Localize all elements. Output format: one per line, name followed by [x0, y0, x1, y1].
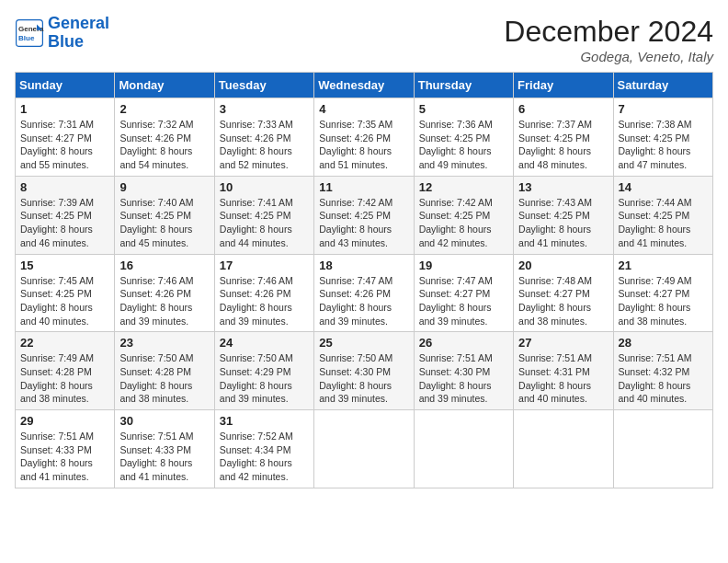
day-info: Sunrise: 7:51 AM Sunset: 4:31 PM Dayligh…: [518, 351, 608, 406]
day-cell-9: 9 Sunrise: 7:40 AM Sunset: 4:25 PM Dayli…: [115, 176, 214, 254]
day-cell-13: 13 Sunrise: 7:43 AM Sunset: 4:25 PM Dayl…: [514, 176, 613, 254]
day-cell-23: 23 Sunrise: 7:50 AM Sunset: 4:28 PM Dayl…: [115, 332, 214, 410]
day-cell-28: 28 Sunrise: 7:51 AM Sunset: 4:32 PM Dayl…: [613, 332, 712, 410]
day-cell-6: 6 Sunrise: 7:37 AM Sunset: 4:25 PM Dayli…: [514, 98, 613, 177]
day-number: 30: [119, 414, 209, 428]
day-info: Sunrise: 7:43 AM Sunset: 4:25 PM Dayligh…: [518, 196, 608, 250]
day-cell-8: 8 Sunrise: 7:39 AM Sunset: 4:25 PM Dayli…: [16, 176, 115, 254]
logo-icon: General Blue: [15, 18, 44, 48]
day-info: Sunrise: 7:41 AM Sunset: 4:25 PM Dayligh…: [220, 196, 309, 250]
week-row-1: 1 Sunrise: 7:31 AM Sunset: 4:27 PM Dayli…: [16, 98, 713, 177]
week-row-3: 15 Sunrise: 7:45 AM Sunset: 4:25 PM Dayl…: [16, 254, 713, 332]
day-number: 17: [220, 259, 309, 272]
day-number: 29: [20, 414, 109, 428]
day-info: Sunrise: 7:49 AM Sunset: 4:28 PM Dayligh…: [20, 351, 109, 406]
day-cell-20: 20 Sunrise: 7:48 AM Sunset: 4:27 PM Dayl…: [514, 254, 613, 332]
day-info: Sunrise: 7:51 AM Sunset: 4:33 PM Dayligh…: [20, 430, 109, 484]
weekday-header-friday: Friday: [514, 73, 613, 98]
weekday-header-sunday: Sunday: [16, 73, 115, 98]
day-info: Sunrise: 7:36 AM Sunset: 4:25 PM Dayligh…: [419, 118, 508, 172]
day-number: 7: [619, 102, 708, 116]
day-cell-16: 16 Sunrise: 7:46 AM Sunset: 4:26 PM Dayl…: [115, 254, 214, 332]
day-cell-4: 4 Sunrise: 7:35 AM Sunset: 4:26 PM Dayli…: [314, 98, 414, 177]
empty-cell: [514, 410, 613, 488]
day-cell-10: 10 Sunrise: 7:41 AM Sunset: 4:25 PM Dayl…: [214, 176, 313, 254]
logo-text: GeneralBlue: [48, 15, 109, 52]
day-info: Sunrise: 7:40 AM Sunset: 4:25 PM Dayligh…: [119, 196, 209, 250]
day-number: 25: [319, 336, 408, 350]
day-number: 10: [220, 180, 309, 194]
day-cell-24: 24 Sunrise: 7:50 AM Sunset: 4:29 PM Dayl…: [214, 332, 313, 410]
day-number: 6: [518, 102, 608, 116]
day-number: 31: [220, 414, 309, 428]
empty-cell: [314, 410, 414, 488]
day-number: 20: [518, 259, 608, 272]
day-info: Sunrise: 7:32 AM Sunset: 4:26 PM Dayligh…: [119, 118, 209, 172]
title-block: December 2024 Godega, Veneto, Italy: [504, 15, 713, 64]
weekday-header-wednesday: Wednesday: [314, 73, 414, 98]
day-cell-21: 21 Sunrise: 7:49 AM Sunset: 4:27 PM Dayl…: [613, 254, 712, 332]
week-row-5: 29 Sunrise: 7:51 AM Sunset: 4:33 PM Dayl…: [16, 410, 713, 488]
day-number: 2: [119, 102, 209, 116]
svg-text:Blue: Blue: [18, 34, 35, 42]
day-cell-27: 27 Sunrise: 7:51 AM Sunset: 4:31 PM Dayl…: [514, 332, 613, 410]
location: Godega, Veneto, Italy: [504, 49, 713, 64]
day-number: 28: [619, 336, 708, 350]
day-number: 21: [619, 259, 708, 272]
day-cell-14: 14 Sunrise: 7:44 AM Sunset: 4:25 PM Dayl…: [613, 176, 712, 254]
day-info: Sunrise: 7:46 AM Sunset: 4:26 PM Dayligh…: [220, 274, 309, 328]
day-info: Sunrise: 7:33 AM Sunset: 4:26 PM Dayligh…: [220, 118, 309, 172]
weekday-header-thursday: Thursday: [414, 73, 513, 98]
day-number: 14: [619, 180, 708, 194]
weekday-header-saturday: Saturday: [613, 73, 712, 98]
day-info: Sunrise: 7:42 AM Sunset: 4:25 PM Dayligh…: [319, 196, 408, 250]
day-number: 26: [419, 336, 508, 350]
day-info: Sunrise: 7:51 AM Sunset: 4:30 PM Dayligh…: [419, 351, 508, 406]
week-row-2: 8 Sunrise: 7:39 AM Sunset: 4:25 PM Dayli…: [16, 176, 713, 254]
day-cell-7: 7 Sunrise: 7:38 AM Sunset: 4:25 PM Dayli…: [613, 98, 712, 177]
calendar-table: SundayMondayTuesdayWednesdayThursdayFrid…: [15, 72, 713, 488]
day-info: Sunrise: 7:46 AM Sunset: 4:26 PM Dayligh…: [119, 274, 209, 328]
day-number: 18: [319, 259, 408, 272]
weekday-header-tuesday: Tuesday: [214, 73, 313, 98]
day-cell-18: 18 Sunrise: 7:47 AM Sunset: 4:26 PM Dayl…: [314, 254, 414, 332]
day-cell-29: 29 Sunrise: 7:51 AM Sunset: 4:33 PM Dayl…: [16, 410, 115, 488]
day-number: 1: [20, 102, 109, 116]
day-cell-25: 25 Sunrise: 7:50 AM Sunset: 4:30 PM Dayl…: [314, 332, 414, 410]
day-info: Sunrise: 7:39 AM Sunset: 4:25 PM Dayligh…: [20, 196, 109, 250]
day-number: 19: [419, 259, 508, 272]
day-info: Sunrise: 7:50 AM Sunset: 4:29 PM Dayligh…: [220, 351, 309, 406]
day-info: Sunrise: 7:49 AM Sunset: 4:27 PM Dayligh…: [619, 274, 708, 328]
day-number: 9: [119, 180, 209, 194]
day-info: Sunrise: 7:47 AM Sunset: 4:27 PM Dayligh…: [419, 274, 508, 328]
day-info: Sunrise: 7:51 AM Sunset: 4:33 PM Dayligh…: [119, 430, 209, 484]
day-number: 11: [319, 180, 408, 194]
day-number: 22: [20, 336, 109, 350]
day-cell-12: 12 Sunrise: 7:42 AM Sunset: 4:25 PM Dayl…: [414, 176, 513, 254]
day-cell-15: 15 Sunrise: 7:45 AM Sunset: 4:25 PM Dayl…: [16, 254, 115, 332]
logo: General Blue GeneralBlue: [15, 15, 109, 52]
day-number: 8: [20, 180, 109, 194]
day-info: Sunrise: 7:47 AM Sunset: 4:26 PM Dayligh…: [319, 274, 408, 328]
day-number: 27: [518, 336, 608, 350]
day-number: 13: [518, 180, 608, 194]
day-info: Sunrise: 7:48 AM Sunset: 4:27 PM Dayligh…: [518, 274, 608, 328]
day-number: 3: [220, 102, 309, 116]
day-cell-22: 22 Sunrise: 7:49 AM Sunset: 4:28 PM Dayl…: [16, 332, 115, 410]
day-cell-31: 31 Sunrise: 7:52 AM Sunset: 4:34 PM Dayl…: [214, 410, 313, 488]
day-info: Sunrise: 7:51 AM Sunset: 4:32 PM Dayligh…: [619, 351, 708, 406]
weekday-header-monday: Monday: [115, 73, 214, 98]
day-number: 5: [419, 102, 508, 116]
day-cell-2: 2 Sunrise: 7:32 AM Sunset: 4:26 PM Dayli…: [115, 98, 214, 177]
day-number: 4: [319, 102, 408, 116]
day-cell-30: 30 Sunrise: 7:51 AM Sunset: 4:33 PM Dayl…: [115, 410, 214, 488]
day-cell-17: 17 Sunrise: 7:46 AM Sunset: 4:26 PM Dayl…: [214, 254, 313, 332]
day-cell-26: 26 Sunrise: 7:51 AM Sunset: 4:30 PM Dayl…: [414, 332, 513, 410]
weekday-header-row: SundayMondayTuesdayWednesdayThursdayFrid…: [16, 73, 713, 98]
day-info: Sunrise: 7:50 AM Sunset: 4:30 PM Dayligh…: [319, 351, 408, 406]
page-header: General Blue GeneralBlue December 2024 G…: [15, 15, 713, 64]
day-number: 16: [119, 259, 209, 272]
day-number: 24: [220, 336, 309, 350]
day-cell-5: 5 Sunrise: 7:36 AM Sunset: 4:25 PM Dayli…: [414, 98, 513, 177]
day-number: 15: [20, 259, 109, 272]
